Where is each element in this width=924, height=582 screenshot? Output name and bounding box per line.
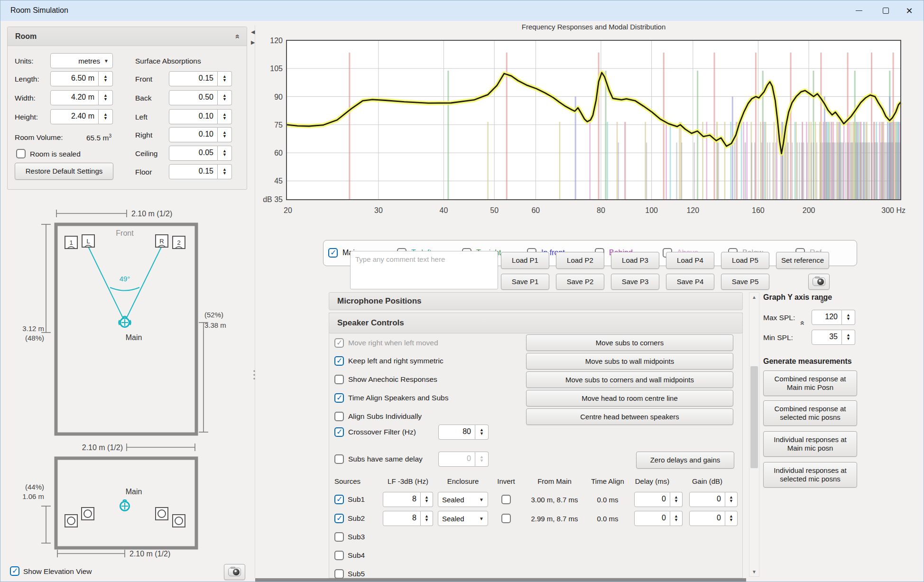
- listener-head-icon[interactable]: [119, 316, 131, 327]
- combined-response-at-main-mic-posn-button[interactable]: Combined response at Main mic Posn: [763, 370, 857, 396]
- front-absorption-field[interactable]: 0.15: [169, 71, 218, 86]
- units-select[interactable]: metres▼: [50, 53, 113, 68]
- load-p5-button[interactable]: Load P5: [721, 252, 769, 269]
- speaker-2[interactable]: 2: [173, 236, 185, 249]
- sub1-lf-field[interactable]: 8: [383, 492, 421, 507]
- individual-responses-at-selected-mic-posns-button[interactable]: Individual responses at selected mic pos…: [763, 462, 857, 488]
- speaker-controls-header[interactable]: Speaker Controls «: [329, 313, 743, 333]
- length-stepper[interactable]: ▲▼: [99, 71, 113, 86]
- align-subs-individually-checkbox[interactable]: [334, 412, 344, 421]
- min-spl-stepper[interactable]: ▲▼: [842, 330, 855, 345]
- show-elevation-checkbox[interactable]: [10, 566, 19, 576]
- sub4-enable-checkbox[interactable]: [334, 551, 344, 560]
- comment-input[interactable]: Type any comment text here: [350, 251, 498, 289]
- crossover-filter-hz--stepper[interactable]: ▲▼: [475, 425, 489, 440]
- scroll-up-icon[interactable]: ▲: [749, 295, 759, 300]
- width-field[interactable]: 4.20 m: [50, 90, 99, 105]
- speaker-left[interactable]: L: [82, 235, 94, 247]
- sub2-delay-stepper[interactable]: ▲▼: [670, 511, 683, 526]
- subs-have-same-delay-field[interactable]: 0: [438, 452, 475, 467]
- microphone-positions-header[interactable]: Microphone Positions »: [329, 292, 743, 310]
- sub2-lf-field[interactable]: 8: [383, 511, 421, 526]
- height-stepper[interactable]: ▲▼: [99, 109, 113, 124]
- individual-responses-at-main-mic-posn-button[interactable]: Individual responses at Main mic posn: [763, 431, 857, 457]
- min-spl-field[interactable]: 35: [812, 330, 842, 345]
- sub2-delay-field[interactable]: 0: [634, 511, 670, 526]
- divider-handle[interactable]: •••: [252, 370, 256, 388]
- move-head-to-room-centre-line-button[interactable]: Move head to room centre line: [526, 390, 733, 406]
- width-stepper[interactable]: ▲▼: [99, 90, 113, 105]
- subs-have-same-delay-stepper[interactable]: ▲▼: [475, 452, 489, 467]
- set-reference-button[interactable]: Set reference: [776, 252, 829, 269]
- frequency-response-chart[interactable]: 12010590756045dB 35203040506080100120160…: [257, 29, 921, 228]
- save-p1-button[interactable]: Save P1: [501, 274, 549, 290]
- ceiling-absorption-stepper[interactable]: ▲▼: [218, 146, 232, 161]
- legend-main-checkbox[interactable]: [328, 248, 338, 258]
- sub2-invert-checkbox[interactable]: [501, 514, 511, 523]
- sub3-enable-checkbox[interactable]: [334, 532, 344, 542]
- sub1-gain-stepper[interactable]: ▲▼: [725, 492, 738, 507]
- scroll-down-icon[interactable]: ▼: [749, 569, 759, 574]
- right-absorption-stepper[interactable]: ▲▼: [218, 127, 232, 142]
- floor-absorption-field[interactable]: 0.15: [169, 164, 218, 179]
- max-spl-field[interactable]: 120: [812, 310, 842, 325]
- left-absorption-stepper[interactable]: ▲▼: [218, 109, 232, 124]
- load-p1-button[interactable]: Load P1: [501, 252, 549, 269]
- sub2-enclosure-select[interactable]: Sealed▼: [438, 511, 488, 526]
- sub1-lf-stepper[interactable]: ▲▼: [421, 492, 433, 507]
- collapse-chevron-icon[interactable]: «: [798, 321, 807, 325]
- collapse-chevron-icon[interactable]: «: [233, 34, 242, 38]
- sub5-enable-checkbox[interactable]: [334, 569, 344, 579]
- divider-collapse-left-icon[interactable]: ◀: [251, 29, 255, 35]
- subs-have-same-delay-checkbox[interactable]: [334, 454, 344, 464]
- time-align-speakers-and-subs-checkbox[interactable]: [334, 393, 344, 403]
- save-p5-button[interactable]: Save P5: [721, 274, 769, 290]
- show-anechoic-responses-checkbox[interactable]: [334, 375, 344, 384]
- plan-snapshot-button[interactable]: [224, 564, 245, 580]
- sub2-gain-stepper[interactable]: ▲▼: [725, 511, 738, 526]
- move-subs-to-corners-and-wall-midpoints-button[interactable]: Move subs to corners and wall midpoints: [526, 371, 733, 388]
- move-subs-to-wall-midpoints-button[interactable]: Move subs to wall midpoints: [526, 353, 733, 370]
- vertical-scrollbar[interactable]: ▲ ▼: [749, 292, 759, 577]
- load-p3-button[interactable]: Load P3: [611, 252, 659, 269]
- sub1-delay-field[interactable]: 0: [634, 492, 670, 507]
- height-field[interactable]: 2.40 m: [50, 109, 99, 124]
- maximize-button[interactable]: [873, 0, 898, 21]
- sub1-enable-checkbox[interactable]: [334, 495, 344, 504]
- zero-delays-and-gains-button[interactable]: Zero delays and gains: [636, 452, 734, 469]
- elev-listener-head-icon[interactable]: [120, 500, 129, 511]
- sub1-enclosure-select[interactable]: Sealed▼: [438, 492, 488, 507]
- back-absorption-stepper[interactable]: ▲▼: [218, 90, 232, 105]
- sub1-invert-checkbox[interactable]: [501, 495, 511, 504]
- plan-view-diagram[interactable]: 2.10 m (1/2) Front 49° 1 L R 2: [7, 200, 250, 456]
- ceiling-absorption-field[interactable]: 0.05: [169, 146, 218, 161]
- speaker-right[interactable]: R: [156, 235, 168, 247]
- scrollbar-thumb[interactable]: [750, 366, 758, 468]
- room-group-header[interactable]: Room «: [8, 27, 247, 46]
- panel-divider[interactable]: [255, 25, 255, 578]
- move-subs-to-corners-button[interactable]: Move subs to corners: [526, 334, 733, 351]
- crossover-filter-hz--checkbox[interactable]: [334, 427, 344, 437]
- load-p4-button[interactable]: Load P4: [666, 252, 714, 269]
- length-field[interactable]: 6.50 m: [50, 71, 99, 86]
- load-p2-button[interactable]: Load P2: [556, 252, 604, 269]
- left-absorption-field[interactable]: 0.10: [169, 109, 218, 124]
- elevation-view-diagram[interactable]: (44%) 1.06 m Main 2.10 m (1/2): [7, 455, 250, 563]
- move-right-when-left-moved-checkbox[interactable]: [334, 338, 344, 348]
- right-absorption-field[interactable]: 0.10: [169, 127, 218, 142]
- save-p4-button[interactable]: Save P4: [666, 274, 714, 290]
- minimize-button[interactable]: [847, 0, 871, 21]
- combined-response-at-selected-mic-posns-button[interactable]: Combined response at selected mic posns: [763, 400, 857, 426]
- sub2-lf-stepper[interactable]: ▲▼: [421, 511, 433, 526]
- save-p3-button[interactable]: Save P3: [611, 274, 659, 290]
- crossover-filter-hz--field[interactable]: 80: [438, 425, 475, 440]
- save-p2-button[interactable]: Save P2: [556, 274, 604, 290]
- room-sealed-checkbox[interactable]: [16, 149, 26, 158]
- sub1-delay-stepper[interactable]: ▲▼: [670, 492, 683, 507]
- sub2-enable-checkbox[interactable]: [334, 514, 344, 523]
- restore-defaults-button[interactable]: Restore Default Settings: [15, 163, 113, 180]
- floor-absorption-stepper[interactable]: ▲▼: [218, 164, 232, 179]
- centre-head-between-speakers-button[interactable]: Centre head between speakers: [526, 408, 733, 425]
- back-absorption-field[interactable]: 0.50: [169, 90, 218, 105]
- max-spl-stepper[interactable]: ▲▼: [842, 310, 855, 325]
